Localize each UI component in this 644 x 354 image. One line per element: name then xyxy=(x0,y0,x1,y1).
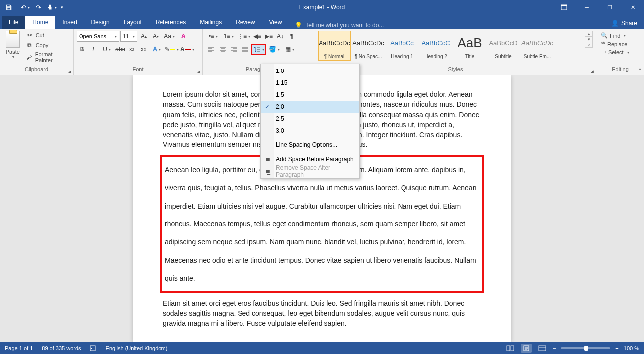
underline-button[interactable]: U▾ xyxy=(99,44,114,55)
minimize-button[interactable]: ─ xyxy=(575,0,598,15)
status-language[interactable]: English (United Kingdom) xyxy=(106,345,168,351)
paste-button[interactable]: Paste ▾ xyxy=(3,31,23,66)
increase-indent-button[interactable]: ▶≡ xyxy=(263,31,274,42)
styles-expand[interactable]: ▿ xyxy=(585,42,592,47)
format-painter-button[interactable]: 🖌Format Painter xyxy=(25,51,70,64)
styles-dialog-launcher[interactable]: ◢ xyxy=(590,69,594,74)
tab-view[interactable]: View xyxy=(262,16,289,29)
style-normal[interactable]: AaBbCcDc¶ Normal xyxy=(318,31,351,61)
tab-references[interactable]: References xyxy=(149,16,193,29)
style-heading-1[interactable]: AaBbCcHeading 1 xyxy=(386,31,418,61)
sort-button[interactable]: A↓ xyxy=(275,31,286,42)
touch-mode-button[interactable]: ▾ xyxy=(45,1,57,13)
qat-customize-button[interactable]: ▾ xyxy=(58,1,65,13)
tab-layout[interactable]: Layout xyxy=(117,16,149,29)
justify-button[interactable] xyxy=(240,44,251,55)
svg-rect-1 xyxy=(7,8,10,10)
font-size-combo[interactable]: 11▾ xyxy=(120,31,137,42)
text-effects-button[interactable]: A▾ xyxy=(149,44,164,55)
close-button[interactable]: ✕ xyxy=(621,0,644,15)
view-read-mode[interactable] xyxy=(505,344,516,353)
spacing-option-1-5[interactable]: 1,5 xyxy=(261,89,359,101)
clear-formatting-button[interactable]: A̷ xyxy=(178,31,189,42)
tab-mailings[interactable]: Mailings xyxy=(193,16,229,29)
view-print-layout[interactable] xyxy=(521,344,532,353)
spacing-option-3-0[interactable]: 3,0 xyxy=(261,125,359,137)
clipboard-dialog-launcher[interactable]: ◢ xyxy=(68,69,71,74)
find-button[interactable]: 🔍Find▾ xyxy=(599,32,631,39)
styles-scroll-down[interactable]: ▾ xyxy=(585,37,592,42)
style-subtle-emphasis[interactable]: AaBbCcDcSubtle Em... xyxy=(521,31,554,61)
align-right-icon xyxy=(231,46,238,52)
tab-design[interactable]: Design xyxy=(84,16,116,29)
font-color-button[interactable]: A▾ xyxy=(180,44,195,55)
tab-file[interactable]: File xyxy=(2,16,25,29)
maximize-button[interactable]: ☐ xyxy=(598,0,621,15)
styles-gallery[interactable]: AaBbCcDc¶ Normal AaBbCcDc¶ No Spac... Aa… xyxy=(318,31,584,64)
zoom-in-button[interactable]: + xyxy=(615,345,618,351)
ribbon-display-options-button[interactable] xyxy=(553,0,575,15)
replace-button[interactable]: ᵃᵇReplace xyxy=(599,40,631,48)
select-button[interactable]: ⭢Select▾ xyxy=(599,49,631,56)
line-spacing-button[interactable]: ▾ xyxy=(251,44,266,55)
tab-review[interactable]: Review xyxy=(229,16,262,29)
quick-access-toolbar: ↶▾ ↷ ▾ ▾ xyxy=(0,1,65,13)
cut-button[interactable]: ✂Cut xyxy=(25,31,70,40)
styles-scroll-up[interactable]: ▴ xyxy=(585,31,592,37)
web-layout-icon xyxy=(538,345,546,351)
align-center-button[interactable] xyxy=(217,44,228,55)
zoom-slider[interactable] xyxy=(561,347,610,349)
bullets-button[interactable]: •≡▾ xyxy=(206,31,221,42)
spacing-option-2-0[interactable]: ✓2,0 xyxy=(261,101,359,113)
shading-button[interactable]: 🪣▾ xyxy=(267,44,282,55)
highlight-button[interactable]: ✎▾ xyxy=(164,44,179,55)
share-icon: 👤 xyxy=(611,20,619,27)
show-marks-button[interactable]: ¶ xyxy=(286,31,297,42)
font-dialog-launcher[interactable]: ◢ xyxy=(197,69,200,74)
undo-button[interactable]: ↶▾ xyxy=(19,1,31,13)
zoom-out-button[interactable]: − xyxy=(553,345,556,351)
tab-insert[interactable]: Insert xyxy=(55,16,84,29)
status-word-count[interactable]: 89 of 335 words xyxy=(42,345,80,351)
view-web-layout[interactable] xyxy=(537,344,548,353)
add-space-before-paragraph[interactable]: ≡̄Add Space Before Paragraph xyxy=(261,153,359,165)
font-name-combo[interactable]: Open Sans▾ xyxy=(77,31,119,42)
read-mode-icon xyxy=(506,345,514,351)
numbering-button[interactable]: 1≡▾ xyxy=(221,31,236,42)
style-heading-2[interactable]: AaBbCcCHeading 2 xyxy=(419,31,452,61)
spacing-option-1-15[interactable]: 1,15 xyxy=(261,77,359,89)
paragraph-3[interactable]: Etiam sit amet orci eget eros faucibus t… xyxy=(163,298,481,329)
style-no-spacing[interactable]: AaBbCcDc¶ No Spac... xyxy=(352,31,385,61)
multilevel-list-button[interactable]: ⋮≡▾ xyxy=(237,31,251,42)
borders-button[interactable]: ▦▾ xyxy=(282,44,297,55)
status-proofing[interactable] xyxy=(90,345,97,352)
strikethrough-button[interactable]: abc xyxy=(115,44,126,55)
spacing-option-1-0[interactable]: 1,0 xyxy=(261,65,359,77)
align-left-icon xyxy=(208,46,215,52)
shrink-font-button[interactable]: A▾ xyxy=(150,31,161,42)
copy-button[interactable]: ⧉Copy xyxy=(25,41,70,50)
align-left-button[interactable] xyxy=(206,44,217,55)
tell-me-search[interactable]: 💡 Tell me what you want to do... xyxy=(289,22,384,29)
subscript-button[interactable]: x2 xyxy=(126,44,137,55)
zoom-level[interactable]: 100 % xyxy=(624,345,639,351)
decrease-indent-button[interactable]: ◀≡ xyxy=(252,31,263,42)
spacing-option-2-5[interactable]: 2,5 xyxy=(261,113,359,125)
paragraph-2[interactable]: Aenean leo ligula, porttitor eu, consequ… xyxy=(165,166,476,282)
superscript-button[interactable]: x2 xyxy=(138,44,149,55)
collapse-ribbon-button[interactable]: ˄ xyxy=(639,68,641,73)
bold-button[interactable]: B xyxy=(77,44,87,55)
align-right-button[interactable] xyxy=(229,44,240,55)
zoom-thumb[interactable] xyxy=(584,346,588,351)
share-button[interactable]: 👤 Share xyxy=(604,18,644,29)
tab-home[interactable]: Home xyxy=(25,16,55,29)
status-page[interactable]: Page 1 of 1 xyxy=(5,345,33,351)
save-button[interactable] xyxy=(3,1,15,13)
redo-button[interactable]: ↷ xyxy=(32,1,44,13)
line-spacing-options[interactable]: Line Spacing Options... xyxy=(261,139,359,151)
change-case-button[interactable]: Aa▾ xyxy=(162,31,177,42)
italic-button[interactable]: I xyxy=(88,44,99,55)
style-title[interactable]: AaBTitle xyxy=(453,31,486,61)
style-subtitle[interactable]: AaBbCcDSubtitle xyxy=(487,31,520,61)
grow-font-button[interactable]: A▴ xyxy=(138,31,149,42)
